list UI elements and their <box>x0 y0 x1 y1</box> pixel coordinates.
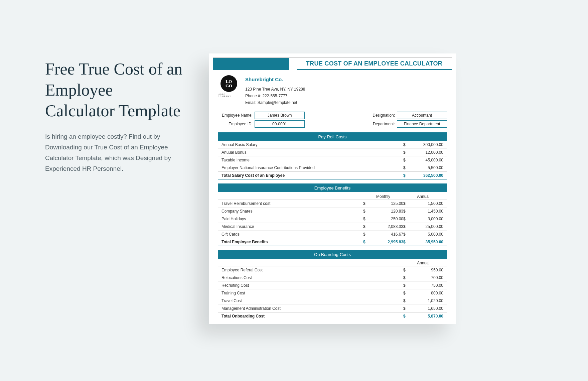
employee-name-row: Employee Name: James Brown <box>218 112 305 119</box>
row-monthly: $416.67 <box>363 232 403 237</box>
onboarding-total-label: Total Onboarding Cost <box>222 314 403 319</box>
table-row: Gift Cards$416.67$5,000.00 <box>218 230 447 238</box>
row-annual: $300,000.00 <box>403 142 443 147</box>
company-email: Email: Sample@template.net <box>245 99 305 106</box>
row-annual: $3,000.00 <box>403 217 443 221</box>
doc-title: TRUE COST OF AN EMPLOYEE CALCULATOR <box>297 58 452 70</box>
employee-left-col: Employee Name: James Brown Employee ID: … <box>218 112 305 128</box>
row-annual: $1,650.00 <box>403 306 443 311</box>
onboarding-total-row: Total Onboarding Cost $5,870.00 <box>218 312 447 320</box>
logo-subtext: LOGO COMPANY <box>218 93 240 97</box>
onboarding-col-annual: Annual <box>403 261 443 265</box>
company-address: 123 Pine Tree Ave, NY, NY 19288 <box>245 86 305 93</box>
document-preview: TRUE COST OF AN EMPLOYEE CALCULATOR LOGO… <box>209 53 456 324</box>
row-label: Company Shares <box>222 209 363 214</box>
designation-value: Accountant <box>397 112 447 119</box>
row-label: Travel Reimbursement cost <box>222 201 363 206</box>
page-description: Is hiring an employee costly? Find out b… <box>45 131 185 174</box>
payroll-total-annual: $362,500.00 <box>403 173 443 178</box>
header-accent <box>213 58 289 70</box>
table-row: Employer National Insurance Contribution… <box>218 164 447 171</box>
row-label: Taxable Income <box>222 158 403 162</box>
row-label: Annual Basic Salary <box>222 142 403 147</box>
row-label: Relocations Cost <box>222 275 403 280</box>
employee-id-row: Employee ID: 00-0001 <box>218 120 305 128</box>
row-annual: $750.00 <box>403 283 443 288</box>
row-label: Training Cost <box>222 291 403 295</box>
section-benefits: Employee Benefits Monthly Annual Travel … <box>218 183 447 246</box>
row-annual: $1,450.00 <box>403 209 443 214</box>
row-monthly: $2,083.33 <box>363 224 403 229</box>
logo-circle: LOGO <box>220 75 237 92</box>
section-payroll: Pay Roll Costs Annual Basic Salary$300,0… <box>218 132 447 179</box>
row-label: Medical Insurance <box>222 224 363 229</box>
payroll-total-row: Total Salary Cost of an Employee $362,50… <box>218 171 447 179</box>
employee-right-col: Designation: Accountant Department: Fina… <box>360 112 447 128</box>
left-panel: Free True Cost of an Employee Calculator… <box>45 58 185 174</box>
employee-id-value: 00-0001 <box>255 120 305 128</box>
logo-icon: LOGO LOGO COMPANY <box>218 75 240 106</box>
onboarding-total-annual: $5,870.00 <box>403 314 443 319</box>
table-row: Travel Cost$1,020.00 <box>218 297 447 304</box>
section-benefits-title: Employee Benefits <box>218 184 447 192</box>
section-onboarding: On Boarding Costs Annual Employee Refera… <box>218 250 447 320</box>
table-row: Anuual Bonus$12,000.00 <box>218 148 447 156</box>
row-annual: $1,020.00 <box>403 298 443 303</box>
section-onboarding-title: On Boarding Costs <box>218 250 447 259</box>
department-label: Department: <box>360 122 397 126</box>
benefits-subheader: Monthly Annual <box>218 192 447 200</box>
onboarding-subheader: Annual <box>218 259 447 266</box>
row-label: Recruiting Cost <box>222 283 403 288</box>
row-annual: $25,000.00 <box>403 224 443 229</box>
row-monthly: $120.83 <box>363 209 403 214</box>
row-annual: $800.00 <box>403 291 443 295</box>
employee-name-value: James Brown <box>255 112 305 119</box>
benefits-total-monthly: $2,995.83 <box>363 240 403 244</box>
row-monthly: $125.00 <box>363 201 403 206</box>
row-label: Anuual Bonus <box>222 150 403 155</box>
table-row: Company Shares$120.83$1,450.00 <box>218 207 447 215</box>
row-monthly: $250.00 <box>363 217 403 221</box>
row-label: Employer National Insurance Contribution… <box>222 165 403 170</box>
company-info: Shurebright Co. 123 Pine Tree Ave, NY, N… <box>245 75 305 106</box>
employee-id-label: Employee ID: <box>218 122 255 126</box>
page-title: Free True Cost of an Employee Calculator… <box>45 58 185 121</box>
row-annual: $12,000.00 <box>403 150 443 155</box>
company-name: Shurebright Co. <box>245 75 305 84</box>
row-label: Paid Holidays <box>222 217 363 221</box>
table-row: Employee Referal Cost$950.00 <box>218 266 447 274</box>
row-annual: $5,500.00 <box>403 165 443 170</box>
designation-row: Designation: Accountant <box>360 112 447 119</box>
row-label: Employee Referal Cost <box>222 268 403 272</box>
row-annual: $5,000.00 <box>403 232 443 237</box>
payroll-total-label: Total Salary Cost of an Employee <box>222 173 403 178</box>
row-annual: $700.00 <box>403 275 443 280</box>
table-row: Relocations Cost$700.00 <box>218 274 447 281</box>
benefits-total-row: Total Employee Benefits $2,995.83 $35,95… <box>218 238 447 246</box>
row-label: Management Administration Cost <box>222 306 403 311</box>
employee-grid: Employee Name: James Brown Employee ID: … <box>213 111 452 132</box>
table-row: Medical Insurance$2,083.33$25,000.00 <box>218 223 447 230</box>
benefits-total-annual: $35,950.00 <box>403 240 443 244</box>
designation-label: Designation: <box>360 113 397 118</box>
employee-name-label: Employee Name: <box>218 113 255 118</box>
benefits-total-label: Total Employee Benefits <box>222 240 363 244</box>
benefits-col-annual: Annual <box>403 194 443 199</box>
row-annual: $45,000.00 <box>403 158 443 162</box>
table-row: Paid Holidays$250.00$3,000.00 <box>218 215 447 223</box>
row-annual: $1,500.00 <box>403 201 443 206</box>
table-row: Taxable Income$45,000.00 <box>218 156 447 164</box>
row-label: Travel Cost <box>222 298 403 303</box>
section-payroll-title: Pay Roll Costs <box>218 133 447 141</box>
department-value: Finance Department <box>397 120 447 128</box>
header-spacer <box>289 58 296 70</box>
table-row: Training Cost$800.00 <box>218 289 447 297</box>
table-row: Recruiting Cost$750.00 <box>218 281 447 289</box>
table-row: Annual Basic Salary$300,000.00 <box>218 141 447 148</box>
company-block: LOGO LOGO COMPANY Shurebright Co. 123 Pi… <box>213 70 452 111</box>
doc-header: TRUE COST OF AN EMPLOYEE CALCULATOR <box>213 58 452 70</box>
benefits-col-monthly: Monthly <box>363 194 403 199</box>
table-row: Travel Reimbursement cost$125.00$1,500.0… <box>218 200 447 207</box>
table-row: Management Administration Cost$1,650.00 <box>218 304 447 312</box>
row-annual: $950.00 <box>403 268 443 272</box>
